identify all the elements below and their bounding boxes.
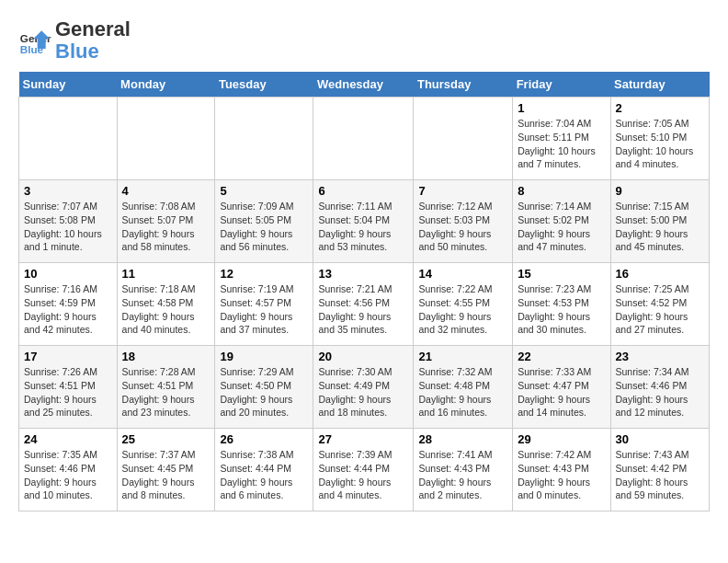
logo-text: General Blue <box>55 18 131 63</box>
day-number: 10 <box>24 267 112 281</box>
day-info: Sunrise: 7:04 AMSunset: 5:11 PMDaylight:… <box>518 117 605 171</box>
day-number: 3 <box>24 184 112 198</box>
calendar-week-row: 1Sunrise: 7:04 AMSunset: 5:11 PMDaylight… <box>19 98 710 180</box>
day-number: 14 <box>418 267 507 281</box>
day-number: 13 <box>318 267 408 281</box>
calendar-cell: 9Sunrise: 7:15 AMSunset: 5:00 PMDaylight… <box>610 180 710 263</box>
logo-icon: General Blue <box>18 24 51 57</box>
day-info: Sunrise: 7:33 AMSunset: 4:47 PMDaylight:… <box>518 365 605 419</box>
day-number: 26 <box>220 432 308 446</box>
day-number: 17 <box>24 350 112 363</box>
calendar-week-row: 10Sunrise: 7:16 AMSunset: 4:59 PMDayligh… <box>19 263 710 346</box>
weekday-header-thursday: Thursday <box>414 72 513 98</box>
day-number: 11 <box>122 267 210 281</box>
day-number: 8 <box>518 184 605 198</box>
day-number: 1 <box>518 101 605 115</box>
calendar-cell: 14Sunrise: 7:22 AMSunset: 4:55 PMDayligh… <box>414 263 513 346</box>
day-number: 6 <box>318 184 408 198</box>
calendar-cell: 19Sunrise: 7:29 AMSunset: 4:50 PMDayligh… <box>215 346 313 429</box>
day-number: 7 <box>418 184 507 198</box>
day-info: Sunrise: 7:34 AMSunset: 4:46 PMDaylight:… <box>616 365 705 419</box>
calendar-cell: 15Sunrise: 7:23 AMSunset: 4:53 PMDayligh… <box>513 263 610 346</box>
day-number: 24 <box>24 432 112 446</box>
day-number: 20 <box>318 350 408 363</box>
weekday-header-tuesday: Tuesday <box>215 72 313 98</box>
day-number: 2 <box>616 101 705 115</box>
calendar-cell: 18Sunrise: 7:28 AMSunset: 4:51 PMDayligh… <box>117 346 215 429</box>
day-info: Sunrise: 7:19 AMSunset: 4:57 PMDaylight:… <box>220 282 308 337</box>
logo: General Blue General Blue <box>18 18 131 63</box>
day-info: Sunrise: 7:05 AMSunset: 5:10 PMDaylight:… <box>616 117 705 171</box>
day-number: 21 <box>418 350 507 363</box>
calendar-cell: 8Sunrise: 7:14 AMSunset: 5:02 PMDaylight… <box>513 180 610 263</box>
day-info: Sunrise: 7:29 AMSunset: 4:50 PMDaylight:… <box>220 365 308 419</box>
day-number: 9 <box>616 184 705 198</box>
page-header: General Blue General Blue <box>18 18 710 63</box>
calendar-cell: 11Sunrise: 7:18 AMSunset: 4:58 PMDayligh… <box>117 263 215 346</box>
day-number: 16 <box>616 267 705 281</box>
calendar-cell: 12Sunrise: 7:19 AMSunset: 4:57 PMDayligh… <box>215 263 313 346</box>
weekday-header-saturday: Saturday <box>610 72 710 98</box>
calendar-cell: 20Sunrise: 7:30 AMSunset: 4:49 PMDayligh… <box>313 346 414 429</box>
day-info: Sunrise: 7:08 AMSunset: 5:07 PMDaylight:… <box>122 200 210 254</box>
day-info: Sunrise: 7:18 AMSunset: 4:58 PMDaylight:… <box>122 282 210 337</box>
calendar-cell: 28Sunrise: 7:41 AMSunset: 4:43 PMDayligh… <box>414 429 513 511</box>
day-info: Sunrise: 7:09 AMSunset: 5:05 PMDaylight:… <box>220 200 308 254</box>
day-info: Sunrise: 7:11 AMSunset: 5:04 PMDaylight:… <box>318 200 408 254</box>
day-info: Sunrise: 7:07 AMSunset: 5:08 PMDaylight:… <box>24 200 112 254</box>
calendar-cell: 4Sunrise: 7:08 AMSunset: 5:07 PMDaylight… <box>117 180 215 263</box>
calendar-cell: 17Sunrise: 7:26 AMSunset: 4:51 PMDayligh… <box>19 346 118 429</box>
day-info: Sunrise: 7:22 AMSunset: 4:55 PMDaylight:… <box>418 282 507 337</box>
calendar-cell: 22Sunrise: 7:33 AMSunset: 4:47 PMDayligh… <box>513 346 610 429</box>
day-info: Sunrise: 7:37 AMSunset: 4:45 PMDaylight:… <box>122 448 210 502</box>
calendar-cell: 6Sunrise: 7:11 AMSunset: 5:04 PMDaylight… <box>313 180 414 263</box>
day-info: Sunrise: 7:35 AMSunset: 4:46 PMDaylight:… <box>24 448 112 502</box>
day-info: Sunrise: 7:21 AMSunset: 4:56 PMDaylight:… <box>318 282 408 337</box>
day-info: Sunrise: 7:16 AMSunset: 4:59 PMDaylight:… <box>24 282 112 337</box>
calendar-cell: 7Sunrise: 7:12 AMSunset: 5:03 PMDaylight… <box>414 180 513 263</box>
calendar-week-row: 24Sunrise: 7:35 AMSunset: 4:46 PMDayligh… <box>19 429 710 511</box>
calendar-cell: 23Sunrise: 7:34 AMSunset: 4:46 PMDayligh… <box>610 346 710 429</box>
day-number: 25 <box>122 432 210 446</box>
day-info: Sunrise: 7:43 AMSunset: 4:42 PMDaylight:… <box>616 448 705 502</box>
day-number: 30 <box>616 432 705 446</box>
calendar-cell: 10Sunrise: 7:16 AMSunset: 4:59 PMDayligh… <box>19 263 118 346</box>
calendar-cell: 16Sunrise: 7:25 AMSunset: 4:52 PMDayligh… <box>610 263 710 346</box>
weekday-header-wednesday: Wednesday <box>313 72 414 98</box>
day-info: Sunrise: 7:14 AMSunset: 5:02 PMDaylight:… <box>518 200 605 254</box>
day-number: 28 <box>418 432 507 446</box>
calendar-table: SundayMondayTuesdayWednesdayThursdayFrid… <box>18 72 710 511</box>
calendar-cell: 27Sunrise: 7:39 AMSunset: 4:44 PMDayligh… <box>313 429 414 511</box>
weekday-header-monday: Monday <box>117 72 215 98</box>
calendar-cell: 3Sunrise: 7:07 AMSunset: 5:08 PMDaylight… <box>19 180 118 263</box>
day-number: 5 <box>220 184 308 198</box>
calendar-week-row: 17Sunrise: 7:26 AMSunset: 4:51 PMDayligh… <box>19 346 710 429</box>
weekday-header-sunday: Sunday <box>19 72 118 98</box>
calendar-cell <box>117 98 215 180</box>
weekday-header-friday: Friday <box>513 72 610 98</box>
calendar-cell: 5Sunrise: 7:09 AMSunset: 5:05 PMDaylight… <box>215 180 313 263</box>
calendar-cell: 2Sunrise: 7:05 AMSunset: 5:10 PMDaylight… <box>610 98 710 180</box>
day-info: Sunrise: 7:41 AMSunset: 4:43 PMDaylight:… <box>418 448 507 502</box>
calendar-cell <box>215 98 313 180</box>
day-info: Sunrise: 7:23 AMSunset: 4:53 PMDaylight:… <box>518 282 605 337</box>
calendar-cell: 24Sunrise: 7:35 AMSunset: 4:46 PMDayligh… <box>19 429 118 511</box>
calendar-cell <box>414 98 513 180</box>
day-number: 22 <box>518 350 605 363</box>
calendar-cell: 1Sunrise: 7:04 AMSunset: 5:11 PMDaylight… <box>513 98 610 180</box>
day-info: Sunrise: 7:32 AMSunset: 4:48 PMDaylight:… <box>418 365 507 419</box>
calendar-cell: 21Sunrise: 7:32 AMSunset: 4:48 PMDayligh… <box>414 346 513 429</box>
day-info: Sunrise: 7:30 AMSunset: 4:49 PMDaylight:… <box>318 365 408 419</box>
day-info: Sunrise: 7:12 AMSunset: 5:03 PMDaylight:… <box>418 200 507 254</box>
calendar-cell: 25Sunrise: 7:37 AMSunset: 4:45 PMDayligh… <box>117 429 215 511</box>
day-number: 29 <box>518 432 605 446</box>
day-number: 19 <box>220 350 308 363</box>
day-number: 15 <box>518 267 605 281</box>
calendar-header-row: SundayMondayTuesdayWednesdayThursdayFrid… <box>19 72 710 98</box>
day-number: 12 <box>220 267 308 281</box>
calendar-week-row: 3Sunrise: 7:07 AMSunset: 5:08 PMDaylight… <box>19 180 710 263</box>
day-number: 23 <box>616 350 705 363</box>
calendar-cell: 29Sunrise: 7:42 AMSunset: 4:43 PMDayligh… <box>513 429 610 511</box>
day-info: Sunrise: 7:39 AMSunset: 4:44 PMDaylight:… <box>318 448 408 502</box>
calendar-cell: 13Sunrise: 7:21 AMSunset: 4:56 PMDayligh… <box>313 263 414 346</box>
